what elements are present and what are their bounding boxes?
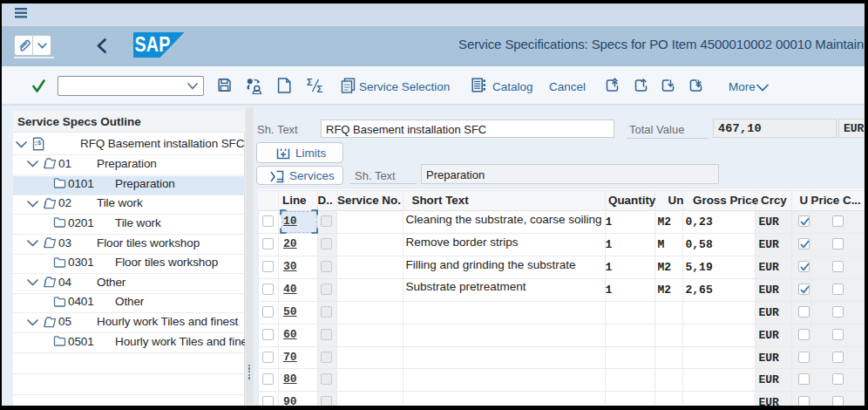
svg-text:$: $: [37, 139, 41, 146]
svg-text:Σ: Σ: [307, 78, 313, 87]
svg-text:Σ: Σ: [317, 84, 323, 93]
svg-text:SAP: SAP: [134, 33, 170, 57]
